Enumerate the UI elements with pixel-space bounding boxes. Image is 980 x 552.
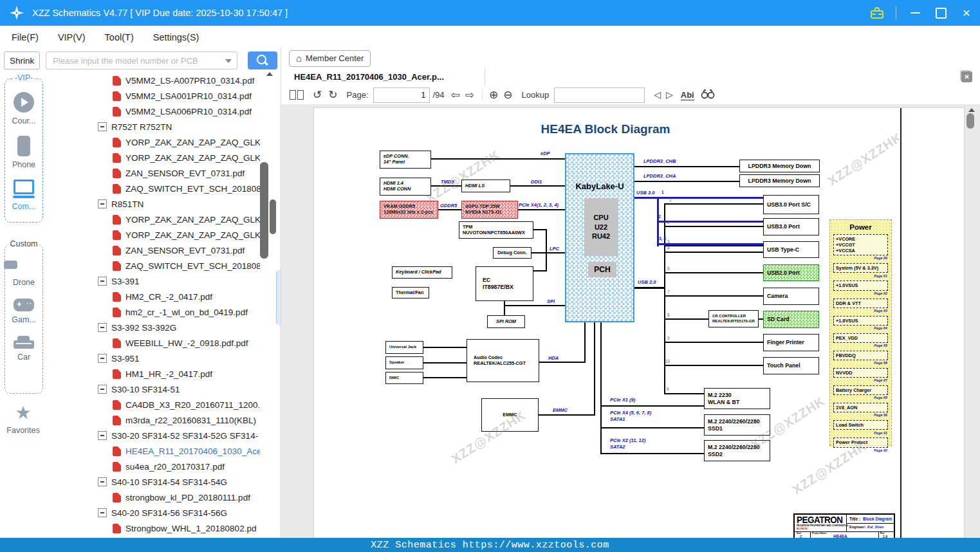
tree-item[interactable]: R752T R752TN bbox=[46, 119, 260, 134]
sidebar-item-car[interactable]: Car bbox=[5, 335, 42, 362]
tree-item[interactable]: m3rda_r22_20160831_1110(KBL) bbox=[46, 412, 260, 428]
shrink-button[interactable]: Shrink bbox=[4, 51, 40, 69]
wire bbox=[510, 185, 565, 187]
tree-item[interactable]: HM1_HR_-2_0417.pdf bbox=[46, 366, 260, 382]
maximize-button[interactable] bbox=[934, 6, 948, 20]
find-prev-icon[interactable]: ◁ bbox=[654, 89, 661, 100]
collapse-icon[interactable] bbox=[98, 431, 107, 440]
pdf-scroll-up-icon[interactable] bbox=[968, 108, 975, 112]
tree-item[interactable]: HM2_CR_-2_0417.pdf bbox=[46, 289, 260, 304]
inner-scrollbar-thumb[interactable] bbox=[270, 199, 276, 234]
binoculars-icon[interactable] bbox=[701, 89, 715, 101]
tree-item[interactable]: YORP_ZAK_ZAN_ZAP_ZAQ_GLK_ bbox=[46, 134, 260, 150]
sidebar-item-drone[interactable]: Drone bbox=[5, 257, 42, 287]
tree-item[interactable]: YORP_ZAK_ZAN_ZAP_ZAQ_GLK_ bbox=[46, 212, 260, 227]
tree-item-label: hm2_cr_-1_wl_on_bd_0419.pdf bbox=[125, 308, 248, 317]
chevron-down-icon[interactable] bbox=[225, 59, 232, 63]
tree-item[interactable]: hm2_cr_-1_wl_on_bd_0419.pdf bbox=[46, 304, 260, 320]
drone-icon bbox=[14, 257, 33, 274]
tree-scroll-up-icon[interactable] bbox=[266, 72, 273, 76]
collapse-icon[interactable] bbox=[98, 199, 107, 208]
collapse-icon[interactable] bbox=[98, 508, 107, 517]
sidebar-item-phone[interactable]: Phone bbox=[5, 136, 42, 169]
power-item-page: Page 91 bbox=[874, 431, 887, 436]
sidebar-item-courses[interactable]: Cour... bbox=[5, 92, 42, 125]
tree-item[interactable]: V5MM2_LS-A007PR10_0314.pdf bbox=[46, 73, 260, 88]
next-page-icon[interactable]: ⇨ bbox=[465, 89, 474, 100]
menu-item[interactable]: VIP(V) bbox=[58, 32, 86, 42]
sidebar-item-favorites[interactable]: ★ Favorites bbox=[5, 404, 42, 435]
diagram-box: ECIT8987E/BX bbox=[476, 266, 533, 301]
tree-item[interactable]: YORP_ZAK_ZAN_ZAP_ZAQ_GLK_ bbox=[46, 227, 260, 243]
two-page-view-icon[interactable] bbox=[290, 90, 304, 100]
tree-item[interactable]: strongbow_kl_PD_20180111.pdf bbox=[46, 490, 260, 505]
port-number: 9 bbox=[667, 336, 670, 340]
collapse-icon[interactable] bbox=[98, 354, 107, 363]
collapse-icon[interactable] bbox=[98, 122, 107, 131]
collapse-icon[interactable] bbox=[98, 323, 107, 332]
close-tab-icon[interactable]: ✕ bbox=[961, 71, 972, 82]
briefcase-icon[interactable] bbox=[870, 6, 884, 20]
collapse-icon[interactable] bbox=[98, 385, 107, 394]
rotate-left-icon[interactable]: ↺ bbox=[313, 89, 322, 100]
menu-item[interactable]: Tool(T) bbox=[105, 32, 134, 42]
menu-item[interactable]: File(F) bbox=[12, 32, 39, 42]
prev-page-icon[interactable]: ⇦ bbox=[451, 89, 460, 100]
close-button[interactable]: × bbox=[959, 6, 974, 20]
wire bbox=[539, 414, 595, 416]
model-search-combo[interactable] bbox=[46, 51, 237, 69]
tree-item[interactable]: S3-951 bbox=[46, 351, 260, 366]
tree-scrollbar-thumb[interactable] bbox=[260, 162, 268, 259]
tree-item[interactable]: HE4EA_R11_20170406_1030_Ace bbox=[46, 443, 260, 459]
zoom-in-icon[interactable]: ⊕ bbox=[489, 89, 498, 100]
tree-item-label: su4ea_r20_20170317.pdf bbox=[125, 462, 225, 472]
diagram-box-cpu: CPU U22 RU42 bbox=[584, 198, 618, 256]
tree-item[interactable]: ZAQ_SWITCH_EVT_SCH_2018080 bbox=[46, 181, 260, 196]
member-center-button[interactable]: ⌂ Member Center bbox=[289, 50, 371, 67]
find-next-icon[interactable]: ▷ bbox=[666, 89, 673, 100]
pdf-scrollbar-thumb[interactable] bbox=[966, 113, 974, 129]
model-search-input[interactable] bbox=[51, 55, 237, 66]
sidebar-item-game[interactable]: Gam... bbox=[5, 299, 42, 324]
status-bar: XZZ Schematics https://www.xzztools.com bbox=[0, 538, 980, 552]
rotate-right-icon[interactable]: ↻ bbox=[328, 89, 337, 100]
vip-group-label: -VIP- bbox=[14, 73, 34, 82]
tree-item[interactable]: CA4DB_X3_R20_20160711_1200. bbox=[46, 397, 260, 412]
tree-item[interactable]: su4ea_r20_20170317.pdf bbox=[46, 459, 260, 474]
tree-item-label: WEEBILL_HW_-2_0918.pdf.pdf bbox=[125, 338, 248, 348]
power-item-page: Page 90 bbox=[874, 413, 887, 418]
search-button[interactable] bbox=[248, 51, 277, 69]
tree-item[interactable]: V5MM2_LSA001PR10_0314.pdf bbox=[46, 88, 260, 104]
power-item: System (5V & 3.3V)Page 81 bbox=[833, 263, 888, 273]
tree-item[interactable]: Strongbow_WHL_1_20180802.pd bbox=[46, 520, 260, 536]
tree-item[interactable]: S30-10 SF314-51 bbox=[46, 382, 260, 397]
power-item: +1.8VSUSPage 84 bbox=[833, 316, 888, 326]
signal-label: DDI1 bbox=[531, 179, 542, 185]
collapse-icon[interactable] bbox=[98, 477, 107, 486]
tree-item[interactable]: ZAQ_SWITCH_EVT_SCH_2018080 bbox=[46, 258, 260, 273]
lookup-label: Lookup bbox=[522, 90, 550, 100]
tree-item[interactable]: S3-391 bbox=[46, 273, 260, 289]
document-tab[interactable]: HE4EA_R11_20170406_1030_Acer.p... bbox=[281, 68, 485, 86]
match-case-toggle[interactable]: Abi bbox=[681, 90, 694, 100]
tree-item[interactable]: V5MM2_LSA006PR10_0314.pdf bbox=[46, 104, 260, 119]
wire bbox=[657, 243, 763, 245]
tree-item[interactable]: R851TN bbox=[46, 196, 260, 212]
zoom-out-icon[interactable]: ⊖ bbox=[503, 89, 512, 100]
tree-item[interactable]: ZAN_SENSOR_EVT_0731.pdf bbox=[46, 243, 260, 258]
tree-item[interactable]: S3-392 S3-392G bbox=[46, 320, 260, 335]
diagram-box-kabylake: KabyLake-U CPU U22 RU42 PCH bbox=[565, 153, 634, 322]
page-number-input[interactable] bbox=[373, 87, 430, 103]
tree-item[interactable]: YORP_ZAK_ZAN_ZAP_ZAQ_GLK_ bbox=[46, 150, 260, 165]
tree-item[interactable]: S30-20 SF314-52 SF314-52G SF314- bbox=[46, 428, 260, 443]
diagram-box: LPDDR3 Memory Down bbox=[739, 160, 820, 172]
minimize-button[interactable] bbox=[908, 6, 922, 20]
tree-item[interactable]: S40-20 SF314-56 SF314-56G bbox=[46, 505, 260, 520]
collapse-icon[interactable] bbox=[98, 277, 107, 286]
tree-item[interactable]: WEEBILL_HW_-2_0918.pdf.pdf bbox=[46, 335, 260, 351]
menu-item[interactable]: Settings(S) bbox=[153, 32, 199, 42]
tree-item[interactable]: ZAN_SENSOR_EVT_0731.pdf bbox=[46, 165, 260, 181]
tree-item[interactable]: S40-10 SF314-54 SF314-54G bbox=[46, 474, 260, 490]
sidebar-item-computer[interactable]: Com... bbox=[5, 179, 42, 211]
lookup-input[interactable] bbox=[554, 87, 645, 103]
